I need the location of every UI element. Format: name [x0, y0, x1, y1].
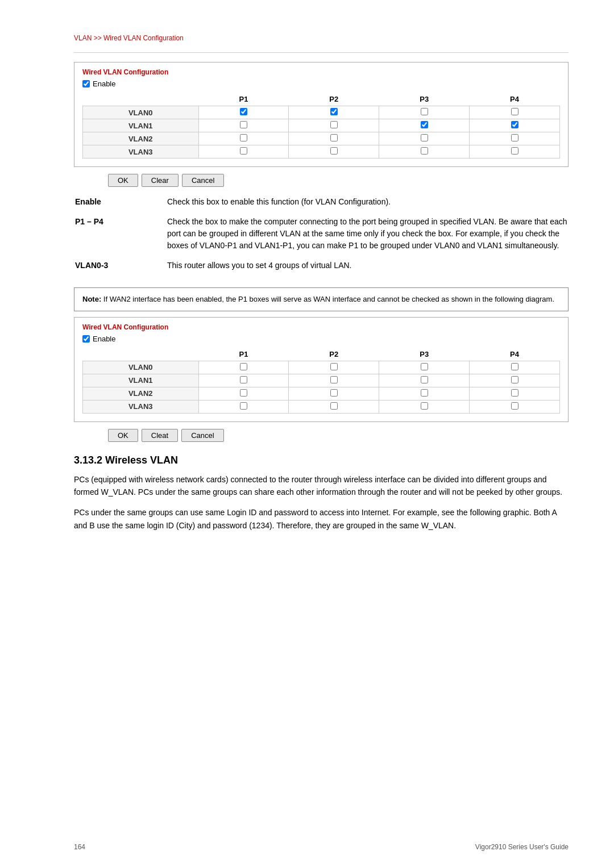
- vlan-checkbox[interactable]: [421, 147, 428, 155]
- table-row: VLAN1: [83, 374, 560, 387]
- vlan-checkbox[interactable]: [421, 134, 428, 141]
- vlan-checkbox[interactable]: [330, 389, 338, 397]
- vlan-checkbox[interactable]: [240, 134, 247, 141]
- vlan-cell: [198, 145, 289, 158]
- page-footer: 164 Vigor2910 Series User's Guide: [0, 843, 614, 851]
- note-text: If WAN2 interface has been enabled, the …: [101, 295, 554, 303]
- note-bold: Note:: [82, 295, 101, 303]
- btn-row-1: OK Clear Cancel: [108, 174, 569, 187]
- vlan-cell: [379, 400, 470, 413]
- vlan-table-1: P1 P2 P3 P4 VLAN0VLAN1VLAN2VLAN3: [82, 93, 560, 158]
- vlan-cell: [470, 387, 560, 400]
- vlan-cell: [198, 374, 289, 387]
- vlan-label: VLAN1: [83, 119, 199, 132]
- enable-label-1: Enable: [93, 80, 115, 88]
- vlan-checkbox[interactable]: [511, 108, 518, 115]
- vlan-checkbox[interactable]: [511, 363, 518, 370]
- vlan-checkbox[interactable]: [240, 108, 247, 115]
- vlan-checkbox[interactable]: [240, 402, 247, 410]
- vlan-checkbox[interactable]: [421, 108, 428, 115]
- col-header-p3-1: P3: [379, 93, 470, 106]
- vlan-checkbox[interactable]: [330, 121, 338, 128]
- table-row: VLAN2: [83, 387, 560, 400]
- col-header-p3-2: P3: [379, 348, 470, 361]
- table-row: VLAN0: [83, 361, 560, 374]
- vlan-cell: [198, 387, 289, 400]
- list-item: P1 – P4Check the box to make the compute…: [75, 216, 567, 258]
- enable-checkbox-2[interactable]: [82, 335, 90, 343]
- vlan-checkbox[interactable]: [511, 147, 518, 155]
- ok-button-2[interactable]: OK: [108, 429, 138, 442]
- vlan-checkbox[interactable]: [421, 389, 428, 397]
- cancel-button-2[interactable]: Cancel: [181, 429, 223, 442]
- vlan-cell: [198, 361, 289, 374]
- vlan-checkbox[interactable]: [421, 121, 428, 128]
- vlan-cell: [289, 374, 379, 387]
- vlan-cell: [289, 119, 379, 132]
- col-header-p2-1: P2: [289, 93, 379, 106]
- vlan-cell: [470, 106, 560, 119]
- ok-button-1[interactable]: OK: [108, 174, 138, 187]
- clear-button-2[interactable]: Cleat: [142, 429, 178, 442]
- page-number: 164: [74, 843, 85, 851]
- vlan-checkbox[interactable]: [330, 108, 338, 115]
- vlan-cell: [470, 145, 560, 158]
- vlan-label: VLAN0: [83, 361, 199, 374]
- section1-title: Wired VLAN Configuration: [82, 68, 560, 76]
- vlan-checkbox[interactable]: [330, 134, 338, 141]
- vlan-label: VLAN1: [83, 374, 199, 387]
- vlan-checkbox[interactable]: [240, 121, 247, 128]
- enable-row-1: Enable: [82, 80, 560, 88]
- description-table: EnableCheck this box to enable this func…: [74, 195, 569, 279]
- vlan-cell: [470, 374, 560, 387]
- wired-vlan-config-box-1: Wired VLAN Configuration Enable P1 P2 P3…: [74, 62, 569, 167]
- vlan-label: VLAN0: [83, 106, 199, 119]
- vlan-checkbox[interactable]: [240, 389, 247, 397]
- desc-definition: Check this box to enable this function (…: [167, 196, 567, 215]
- cancel-button-1[interactable]: Cancel: [182, 174, 224, 187]
- vlan-table-2: P1 P2 P3 P4 VLAN0VLAN1VLAN2VLAN3: [82, 348, 560, 414]
- table-row: VLAN0: [83, 106, 560, 119]
- vlan-checkbox[interactable]: [421, 363, 428, 370]
- list-item: VLAN0-3This router allows you to set 4 g…: [75, 260, 567, 278]
- vlan-checkbox[interactable]: [330, 376, 338, 383]
- table-row: VLAN3: [83, 400, 560, 413]
- table-row: VLAN3: [83, 145, 560, 158]
- desc-term: P1 – P4: [75, 216, 166, 258]
- vlan-cell: [289, 145, 379, 158]
- vlan-checkbox[interactable]: [240, 376, 247, 383]
- table-row: VLAN1: [83, 119, 560, 132]
- section2-title: Wired VLAN Configuration: [82, 323, 560, 331]
- col-header-p4-1: P4: [470, 93, 560, 106]
- enable-checkbox-1[interactable]: [82, 80, 90, 87]
- vlan-checkbox[interactable]: [330, 147, 338, 155]
- vlan-cell: [289, 132, 379, 145]
- vlan-checkbox[interactable]: [511, 134, 518, 141]
- vlan-label: VLAN3: [83, 145, 199, 158]
- vlan-checkbox[interactable]: [511, 402, 518, 410]
- vlan-checkbox[interactable]: [511, 121, 518, 128]
- vlan-cell: [289, 106, 379, 119]
- col-header-empty-2: [83, 348, 199, 361]
- vlan-cell: [470, 132, 560, 145]
- vlan-checkbox[interactable]: [511, 389, 518, 397]
- wired-vlan-config-box-2: Wired VLAN Configuration Enable P1 P2 P3…: [74, 317, 569, 422]
- vlan-label: VLAN2: [83, 132, 199, 145]
- list-item: EnableCheck this box to enable this func…: [75, 196, 567, 215]
- btn-row-2: OK Cleat Cancel: [108, 429, 569, 442]
- vlan-checkbox[interactable]: [421, 376, 428, 383]
- guide-title: Vigor2910 Series User's Guide: [475, 843, 569, 851]
- vlan-checkbox[interactable]: [330, 363, 338, 370]
- vlan-cell: [379, 361, 470, 374]
- vlan-cell: [289, 387, 379, 400]
- wireless-para2: PCs under the same groups can use same L…: [74, 506, 569, 532]
- vlan-checkbox[interactable]: [511, 376, 518, 383]
- vlan-checkbox[interactable]: [421, 402, 428, 410]
- vlan-cell: [379, 132, 470, 145]
- clear-button-1[interactable]: Clear: [142, 174, 179, 187]
- vlan-checkbox[interactable]: [330, 402, 338, 410]
- enable-row-2: Enable: [82, 335, 560, 343]
- vlan-checkbox[interactable]: [240, 147, 247, 155]
- vlan-checkbox[interactable]: [240, 363, 247, 370]
- vlan-cell: [198, 132, 289, 145]
